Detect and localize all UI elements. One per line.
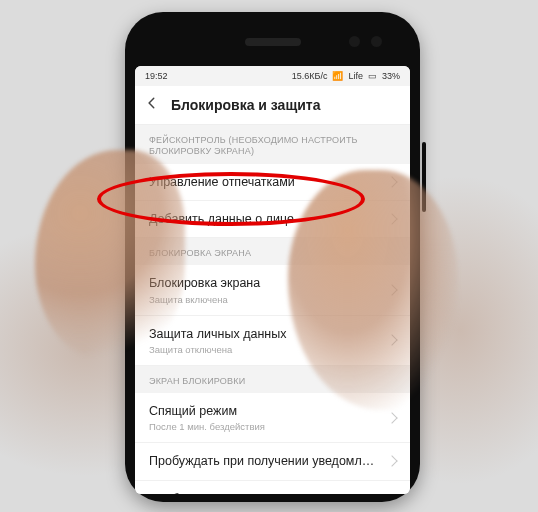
chevron-right-icon [386, 456, 397, 467]
front-camera-icon [349, 36, 360, 47]
page-title: Блокировка и защита [171, 97, 320, 113]
sensor-icon [371, 36, 382, 47]
back-button[interactable] [145, 96, 159, 114]
section-face-label: ФЕЙСКОНТРОЛЬ (НЕОБХОДИМО НАСТРОИТЬ БЛОКИ… [135, 125, 410, 164]
battery-icon: ▭ [368, 71, 377, 81]
row-subtitle: После 1 мин. бездействия [149, 421, 380, 432]
status-speed: 15.6КБ/с [292, 71, 328, 81]
row-title: Спящий режим [149, 403, 380, 419]
status-time: 19:52 [145, 71, 168, 81]
row-wake-volume-buttons[interactable]: Пробуждать кнопками громкости Нажатие кн… [135, 481, 410, 495]
row-title: Пробуждать при получении уведомлений [149, 453, 380, 469]
row-wake-on-notification[interactable]: Пробуждать при получении уведомлений [135, 443, 410, 480]
speaker-grille [245, 38, 301, 46]
status-battery-pct: 33% [382, 71, 400, 81]
status-carrier: Life [348, 71, 363, 81]
status-bar: 19:52 15.6КБ/с 📶 Life ▭ 33% [135, 66, 410, 86]
chevron-right-icon [386, 412, 397, 423]
page-header: Блокировка и защита [135, 86, 410, 125]
signal-icon: 📶 [332, 71, 343, 81]
back-arrow-icon [145, 96, 159, 110]
row-title: Пробуждать кнопками громкости [149, 491, 380, 495]
